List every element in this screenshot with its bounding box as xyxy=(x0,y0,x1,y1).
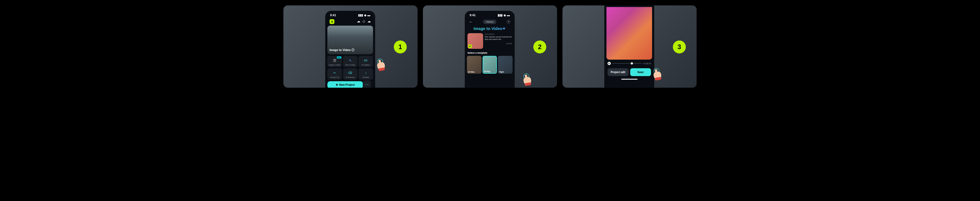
more-button[interactable]: ⋯ xyxy=(363,81,371,88)
feature-ai-beats[interactable]: ♪ AI Beats xyxy=(358,68,373,79)
feature-grid: New 🎬 Image to Video ✎ Text to Video CC … xyxy=(328,56,373,79)
pointer-hand-icon xyxy=(653,70,662,81)
help-button[interactable]: ? xyxy=(507,20,511,24)
description-label: Description : xyxy=(485,33,512,35)
diamond-icon[interactable]: ◇ xyxy=(363,19,365,24)
status-time: 9:41 xyxy=(469,14,476,17)
feature-label: Image to Video xyxy=(329,64,340,66)
history-button[interactable]: History xyxy=(483,20,496,24)
phone-mock-2: 9:41 ▮▮▮ ◈ ▬ ← History ? Image to Video✦… xyxy=(465,11,515,88)
status-time: 9:41 xyxy=(330,14,336,17)
plus-icon: ✚ xyxy=(336,83,338,86)
step-card-2: 9:41 ▮▮▮ ◈ ▬ ← History ? Image to Video✦… xyxy=(423,5,557,88)
template-label: AI Hug xyxy=(483,70,492,73)
feature-label: AI Beats xyxy=(363,76,369,78)
description-box[interactable]: Description : She reaches up and touches… xyxy=(485,33,512,49)
phone-mock-3: 0:15|0:30 Project edit Save xyxy=(604,5,654,88)
timeline-track[interactable] xyxy=(612,63,641,64)
project-edit-button[interactable]: Project edit xyxy=(608,68,628,76)
music-icon: ♪ xyxy=(363,70,368,75)
pointer-hand-icon xyxy=(523,76,532,86)
action-row: Project edit Save xyxy=(606,67,652,76)
signal-icon: ▮▮▮ xyxy=(358,14,363,17)
time-display: 0:15|0:30 xyxy=(643,63,651,65)
status-icons: ▮▮▮ ◈ ▬ xyxy=(498,14,510,17)
feature-ai-remover[interactable]: ⌫ AI Remover xyxy=(343,68,358,79)
step-number-badge: 1 xyxy=(394,41,407,54)
home-indicator xyxy=(621,79,638,79)
new-project-button[interactable]: ✚ New Project xyxy=(328,81,363,88)
wifi-icon: ◈ xyxy=(364,14,366,17)
video-preview[interactable] xyxy=(606,7,652,60)
step-number-badge: 2 xyxy=(533,41,546,54)
feature-label: AI Remover xyxy=(345,76,355,78)
new-badge: New xyxy=(337,56,341,59)
top-icon-row: ♛ ☁ ◇ ☁ xyxy=(328,18,373,25)
eraser-icon: ⌫ xyxy=(348,70,353,75)
feature-image-to-video[interactable]: New 🎬 Image to Video xyxy=(328,56,342,67)
nav-bar: ← History ? xyxy=(467,18,512,25)
template-row: AI Kiss AI Hug Fight xyxy=(467,56,512,74)
upload-row: ⇄ Description : She reaches up and touch… xyxy=(467,33,512,49)
feature-label: Text to Video xyxy=(345,64,355,66)
status-bar: 9:41 ▮▮▮ ◈ ▬ xyxy=(467,13,512,18)
feature-label: AI Caption xyxy=(362,64,370,66)
wifi-icon: ◈ xyxy=(504,14,506,17)
back-button[interactable]: ← xyxy=(469,20,473,24)
feature-label: AI Auto Cut xyxy=(330,76,339,78)
cloud-icon[interactable]: ☁ xyxy=(357,19,360,24)
pen-icon: ✎ xyxy=(348,58,353,63)
step-card-3: 0:15|0:30 Project edit Save 3 xyxy=(562,5,697,88)
template-fight[interactable]: Fight xyxy=(498,56,512,74)
pointer-hand-icon xyxy=(377,61,386,71)
battery-icon: ▬ xyxy=(507,14,510,17)
template-label: AI Kiss xyxy=(467,70,476,74)
char-count: 60/200 xyxy=(485,43,512,44)
template-ai-kiss[interactable]: AI Kiss xyxy=(467,56,482,74)
save-button[interactable]: Save xyxy=(630,68,651,76)
upload-thumbnail[interactable]: ⇄ xyxy=(468,33,483,49)
video-icon: 🎬 xyxy=(332,58,337,63)
battery-icon: ▬ xyxy=(368,14,370,17)
status-icons: ▮▮▮ ◈ ▬ xyxy=(358,14,370,17)
cut-icon: ✂ xyxy=(332,70,337,75)
page-title: Image to Video✦ xyxy=(467,26,512,31)
feature-ai-caption[interactable]: CC AI Caption xyxy=(358,56,373,67)
signal-icon: ▮▮▮ xyxy=(498,14,503,17)
description-text: She reaches up and touches his face and … xyxy=(485,36,512,41)
step-card-1: 9:41 ▮▮▮ ◈ ▬ ♛ ☁ ◇ ☁ Image to Video ⓘ Ne… xyxy=(283,5,418,88)
step-number-badge: 3 xyxy=(673,41,686,54)
template-ai-hug[interactable]: AI Hug xyxy=(482,56,497,74)
status-bar: 9:41 ▮▮▮ ◈ ▬ xyxy=(328,13,373,18)
play-button[interactable] xyxy=(608,62,611,65)
new-project-label: New Project xyxy=(339,83,355,86)
hero-banner[interactable]: Image to Video ⓘ xyxy=(328,25,373,54)
feature-ai-auto-cut[interactable]: ✂ AI Auto Cut xyxy=(328,68,342,79)
phone-mock-1: 9:41 ▮▮▮ ◈ ▬ ♛ ☁ ◇ ☁ Image to Video ⓘ Ne… xyxy=(325,11,375,88)
hero-title: Image to Video ⓘ xyxy=(329,48,355,52)
select-template-label: Select a template xyxy=(468,52,512,54)
swap-icon[interactable]: ⇄ xyxy=(468,44,472,48)
template-label: Fight xyxy=(498,70,505,74)
cc-icon: CC xyxy=(363,58,368,63)
feature-text-to-video[interactable]: ✎ Text to Video xyxy=(343,56,358,67)
cloud2-icon[interactable]: ☁ xyxy=(368,19,371,24)
video-timeline: 0:15|0:30 xyxy=(606,60,652,67)
crown-icon[interactable]: ♛ xyxy=(329,19,334,24)
